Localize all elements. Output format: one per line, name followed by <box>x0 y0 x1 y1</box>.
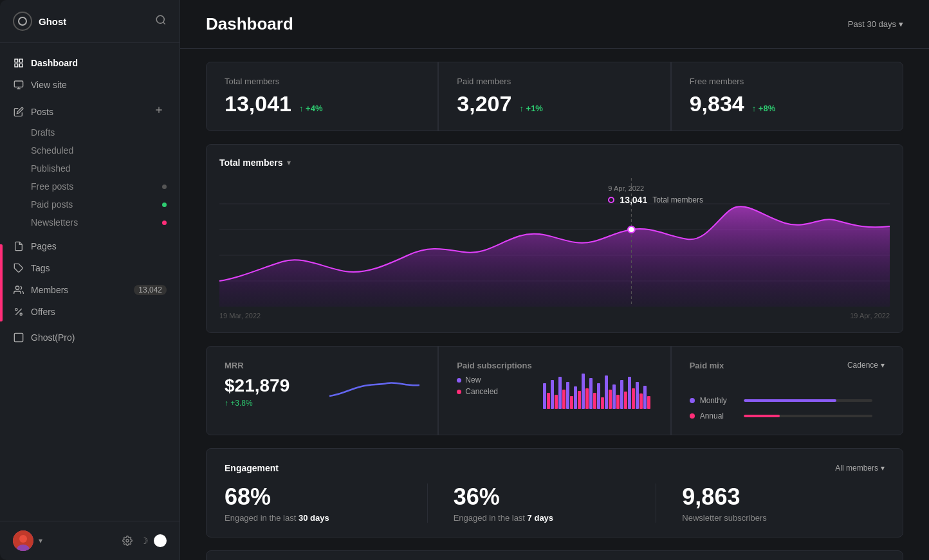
sidebar-item-drafts[interactable]: Drafts <box>0 123 179 141</box>
sidebar-item-offers[interactable]: Offers <box>0 301 179 323</box>
logo-area[interactable]: Ghost <box>13 12 66 31</box>
chart-dropdown-icon[interactable]: ▾ <box>287 158 291 167</box>
svg-rect-5 <box>14 81 23 87</box>
stats-row: Total members 13,041 ↑ +4% Paid members … <box>206 62 903 131</box>
tags-icon <box>13 262 24 274</box>
subs-new-dot <box>457 378 461 383</box>
nav-section-posts: Posts Drafts Scheduled Published Free po… <box>0 100 179 231</box>
paid-subs-chart <box>543 370 652 411</box>
sidebar-item-ghost-pro[interactable]: Ghost(Pro) <box>0 327 179 348</box>
dashboard-icon <box>13 57 24 69</box>
total-members-change: ↑ +4% <box>299 104 323 113</box>
paid-members-label: Paid members <box>457 77 652 86</box>
main-content: Dashboard Past 30 days ▾ Total members 1… <box>180 0 929 560</box>
sidebar-item-newsletters[interactable]: Newsletters <box>0 213 179 231</box>
logo-icon <box>13 12 32 31</box>
paid-posts-dot <box>162 203 167 207</box>
search-button[interactable] <box>155 14 167 29</box>
cadence-label: Cadence <box>847 361 878 370</box>
nav-section-content: Pages Tags Members 13,042 Offers <box>0 235 179 323</box>
metric-card-paid-mix: Paid mix Cadence ▾ Monthly Annual <box>671 347 903 435</box>
nav-section-pro: Ghost(Pro) <box>0 327 179 348</box>
svg-point-0 <box>156 15 164 23</box>
all-members-button[interactable]: All members ▾ <box>835 464 885 473</box>
chart-date-start: 19 Mar, 2022 <box>219 312 261 320</box>
mrr-chart <box>329 374 419 408</box>
svg-rect-44 <box>620 380 623 409</box>
svg-rect-43 <box>616 395 620 409</box>
date-range-button[interactable]: Past 30 days ▾ <box>848 19 903 29</box>
sidebar-item-scheduled[interactable]: Scheduled <box>0 141 179 159</box>
recent-posts-section: Recent posts Member activity TITLE SENDS… <box>206 550 903 560</box>
mrr-line-chart <box>329 374 419 406</box>
chart-title: Total members <box>219 158 283 168</box>
settings-button[interactable] <box>122 536 133 546</box>
newsletters-dot <box>162 221 167 225</box>
svg-rect-1 <box>15 59 18 62</box>
dashboard-label: Dashboard <box>31 58 167 68</box>
subs-canceled-dot <box>457 390 461 394</box>
subs-new-label: New <box>465 375 481 384</box>
sidebar-item-tags[interactable]: Tags <box>0 257 179 279</box>
sidebar-item-free-posts[interactable]: Free posts <box>0 177 179 195</box>
members-chart-svg <box>219 178 890 307</box>
sidebar-item-members[interactable]: Members 13,042 <box>0 279 179 301</box>
paid-mix-cadence-btn[interactable]: Cadence ▾ <box>847 361 885 370</box>
svg-point-17 <box>126 539 129 542</box>
total-members-value: 13,041 ↑ +4% <box>225 91 419 116</box>
theme-toggle[interactable]: ☽ <box>140 534 167 547</box>
stat-card-paid-members: Paid members 3,207 ↑ +1% <box>438 62 670 131</box>
free-members-change: ↑ +8% <box>752 104 776 113</box>
metrics-row: MRR $21,879 ↑ +3.8% Paid subscriptions N… <box>206 346 903 435</box>
svg-rect-38 <box>597 383 600 409</box>
sidebar-header: Ghost <box>0 0 179 43</box>
add-post-button[interactable] <box>151 105 167 118</box>
svg-rect-35 <box>585 388 589 409</box>
posts-icon <box>13 106 24 118</box>
chart-tooltip-label: Total members <box>652 195 703 204</box>
monthly-progress-bg <box>744 399 872 402</box>
chart-section: Total members ▾ <box>206 144 903 333</box>
members-label: Members <box>31 285 127 295</box>
sidebar-nav: Dashboard View site Posts Draft <box>0 43 179 521</box>
all-members-chevron: ▾ <box>881 464 885 473</box>
chart-date-end: 19 Apr, 2022 <box>850 312 890 320</box>
svg-rect-3 <box>19 64 23 67</box>
sidebar-item-published[interactable]: Published <box>0 159 179 177</box>
engagement-desc-30d: Engaged in the last 30 days <box>225 513 427 523</box>
sidebar-item-posts[interactable]: Posts <box>0 100 179 123</box>
newsletters-label: Newsletters <box>31 217 78 228</box>
svg-rect-13 <box>14 333 23 341</box>
monthly-dot <box>690 398 695 403</box>
monthly-label: Monthly <box>700 396 739 405</box>
sidebar-item-pages[interactable]: Pages <box>0 235 179 257</box>
annual-label: Annual <box>700 411 739 420</box>
svg-rect-49 <box>639 393 643 409</box>
engagement-desc-newsletter: Newsletter subscribers <box>682 513 885 523</box>
svg-rect-28 <box>558 377 562 409</box>
paid-members-change: ↑ +1% <box>519 104 543 113</box>
paid-posts-label: Paid posts <box>31 199 73 210</box>
svg-rect-42 <box>612 384 616 409</box>
engagement-section: Engagement All members ▾ 68% Engaged in … <box>206 448 903 537</box>
annual-progress-fill <box>744 415 780 417</box>
svg-rect-30 <box>566 382 569 409</box>
paid-subs-label: Paid subscriptions <box>457 361 652 370</box>
svg-rect-25 <box>547 393 550 409</box>
user-menu[interactable]: ▾ <box>13 530 42 551</box>
chart-tooltip: 9 Apr, 2022 13,041 Total members <box>608 185 703 205</box>
offers-label: Offers <box>31 307 167 317</box>
svg-rect-41 <box>609 390 612 409</box>
posts-label: Posts <box>31 107 145 117</box>
engagement-value-7d: 36% <box>454 483 656 510</box>
sidebar-item-view-site[interactable]: View site <box>0 74 179 96</box>
svg-rect-34 <box>582 374 585 409</box>
svg-rect-32 <box>574 386 577 409</box>
sidebar-item-paid-posts[interactable]: Paid posts <box>0 195 179 213</box>
engagement-stat-30d: 68% Engaged in the last 30 days <box>225 483 427 523</box>
sidebar-item-dashboard[interactable]: Dashboard <box>0 52 179 74</box>
chart-tooltip-date: 9 Apr, 2022 <box>608 185 703 192</box>
main-header: Dashboard Past 30 days ▾ <box>180 0 929 49</box>
free-members-value: 9,834 ↑ +8% <box>690 91 885 116</box>
svg-rect-45 <box>624 392 627 409</box>
